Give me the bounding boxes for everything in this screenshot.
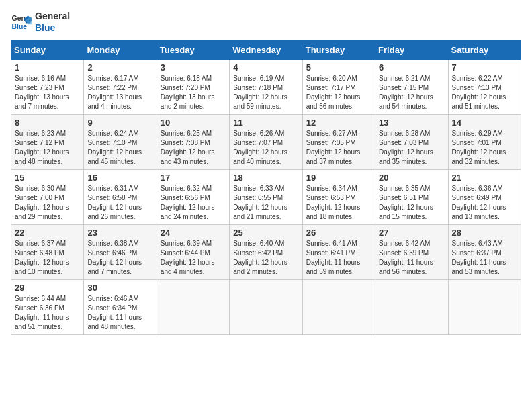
day-info: Sunrise: 6:35 AMSunset: 6:51 PMDaylight:… (379, 184, 444, 222)
day-number: 22 (15, 228, 80, 238)
calendar-cell: 9 Sunrise: 6:24 AMSunset: 7:10 PMDayligh… (84, 114, 157, 169)
calendar-cell: 19 Sunrise: 6:34 AMSunset: 6:53 PMDaylig… (302, 169, 375, 224)
day-info: Sunrise: 6:28 AMSunset: 7:03 PMDaylight:… (379, 129, 444, 167)
day-number: 3 (161, 62, 226, 73)
day-info: Sunrise: 6:44 AMSunset: 6:36 PMDaylight:… (15, 294, 80, 332)
day-info: Sunrise: 6:30 AMSunset: 7:00 PMDaylight:… (15, 184, 80, 222)
header-saturday: Saturday (448, 40, 521, 59)
day-number: 8 (15, 118, 80, 128)
day-number: 30 (87, 283, 152, 293)
day-number: 28 (452, 228, 517, 238)
calendar-cell: 6 Sunrise: 6:21 AMSunset: 7:15 PMDayligh… (375, 59, 448, 114)
day-number: 26 (306, 228, 371, 238)
calendar-cell: 14 Sunrise: 6:29 AMSunset: 7:01 PMDaylig… (448, 114, 521, 169)
calendar-cell: 17 Sunrise: 6:32 AMSunset: 6:56 PMDaylig… (157, 169, 229, 224)
calendar-cell: 24 Sunrise: 6:39 AMSunset: 6:44 PMDaylig… (157, 224, 229, 279)
day-number: 24 (161, 228, 226, 238)
calendar-cell (230, 279, 302, 334)
logo-general: General (35, 11, 70, 22)
day-number: 13 (379, 118, 444, 128)
day-number: 20 (379, 173, 444, 183)
day-info: Sunrise: 6:39 AMSunset: 6:44 PMDaylight:… (161, 239, 226, 277)
header-thursday: Thursday (302, 40, 375, 59)
day-info: Sunrise: 6:19 AMSunset: 7:18 PMDaylight:… (233, 74, 298, 111)
calendar-cell: 5 Sunrise: 6:20 AMSunset: 7:17 PMDayligh… (302, 59, 375, 114)
week-row-3: 15 Sunrise: 6:30 AMSunset: 7:00 PMDaylig… (11, 169, 521, 224)
day-info: Sunrise: 6:33 AMSunset: 6:55 PMDaylight:… (233, 184, 298, 222)
calendar-cell: 10 Sunrise: 6:25 AMSunset: 7:08 PMDaylig… (157, 114, 229, 169)
header-friday: Friday (375, 40, 448, 59)
day-number: 14 (452, 118, 517, 128)
calendar-cell: 1 Sunrise: 6:16 AMSunset: 7:23 PMDayligh… (11, 59, 84, 114)
calendar-cell: 13 Sunrise: 6:28 AMSunset: 7:03 PMDaylig… (375, 114, 448, 169)
calendar-cell (375, 279, 448, 334)
calendar-cell: 18 Sunrise: 6:33 AMSunset: 6:55 PMDaylig… (230, 169, 302, 224)
day-info: Sunrise: 6:41 AMSunset: 6:41 PMDaylight:… (306, 239, 371, 277)
header-tuesday: Tuesday (157, 40, 229, 59)
calendar-cell (448, 279, 521, 334)
day-number: 27 (379, 228, 444, 238)
day-info: Sunrise: 6:17 AMSunset: 7:22 PMDaylight:… (87, 74, 152, 111)
calendar-cell: 20 Sunrise: 6:35 AMSunset: 6:51 PMDaylig… (375, 169, 448, 224)
week-row-4: 22 Sunrise: 6:37 AMSunset: 6:48 PMDaylig… (11, 224, 521, 279)
calendar-cell: 25 Sunrise: 6:40 AMSunset: 6:42 PMDaylig… (230, 224, 302, 279)
calendar-header-row: SundayMondayTuesdayWednesdayThursdayFrid… (11, 40, 521, 59)
day-info: Sunrise: 6:22 AMSunset: 7:13 PMDaylight:… (452, 74, 517, 111)
day-info: Sunrise: 6:32 AMSunset: 6:56 PMDaylight:… (161, 184, 226, 222)
day-info: Sunrise: 6:29 AMSunset: 7:01 PMDaylight:… (452, 129, 517, 167)
day-number: 29 (15, 283, 80, 293)
day-number: 11 (233, 118, 298, 128)
day-info: Sunrise: 6:37 AMSunset: 6:48 PMDaylight:… (15, 239, 80, 277)
calendar-cell: 11 Sunrise: 6:26 AMSunset: 7:07 PMDaylig… (230, 114, 302, 169)
calendar-cell: 21 Sunrise: 6:36 AMSunset: 6:49 PMDaylig… (448, 169, 521, 224)
day-info: Sunrise: 6:43 AMSunset: 6:37 PMDaylight:… (452, 239, 517, 277)
day-info: Sunrise: 6:18 AMSunset: 7:20 PMDaylight:… (161, 74, 226, 111)
day-number: 21 (452, 173, 517, 183)
day-info: Sunrise: 6:26 AMSunset: 7:07 PMDaylight:… (233, 129, 298, 167)
day-info: Sunrise: 6:23 AMSunset: 7:12 PMDaylight:… (15, 129, 80, 167)
calendar-cell: 12 Sunrise: 6:27 AMSunset: 7:05 PMDaylig… (302, 114, 375, 169)
calendar-cell: 22 Sunrise: 6:37 AMSunset: 6:48 PMDaylig… (11, 224, 84, 279)
day-info: Sunrise: 6:42 AMSunset: 6:39 PMDaylight:… (379, 239, 444, 277)
header-wednesday: Wednesday (230, 40, 302, 59)
calendar-cell: 16 Sunrise: 6:31 AMSunset: 6:58 PMDaylig… (84, 169, 157, 224)
day-number: 12 (306, 118, 371, 128)
calendar-cell (302, 279, 375, 334)
day-number: 10 (161, 118, 226, 128)
day-info: Sunrise: 6:40 AMSunset: 6:42 PMDaylight:… (233, 239, 298, 277)
header-monday: Monday (84, 40, 157, 59)
calendar-table: SundayMondayTuesdayWednesdayThursdayFrid… (11, 40, 521, 335)
calendar-cell: 26 Sunrise: 6:41 AMSunset: 6:41 PMDaylig… (302, 224, 375, 279)
day-number: 23 (87, 228, 152, 238)
day-number: 25 (233, 228, 298, 238)
day-number: 6 (379, 62, 444, 73)
day-number: 2 (87, 62, 152, 73)
day-info: Sunrise: 6:27 AMSunset: 7:05 PMDaylight:… (306, 129, 371, 167)
calendar-cell: 15 Sunrise: 6:30 AMSunset: 7:00 PMDaylig… (11, 169, 84, 224)
week-row-5: 29 Sunrise: 6:44 AMSunset: 6:36 PMDaylig… (11, 279, 521, 334)
calendar-cell: 4 Sunrise: 6:19 AMSunset: 7:18 PMDayligh… (230, 59, 302, 114)
calendar-cell: 8 Sunrise: 6:23 AMSunset: 7:12 PMDayligh… (11, 114, 84, 169)
header: General Blue General Blue (11, 11, 521, 34)
day-info: Sunrise: 6:46 AMSunset: 6:34 PMDaylight:… (87, 294, 152, 332)
day-info: Sunrise: 6:24 AMSunset: 7:10 PMDaylight:… (87, 129, 152, 167)
week-row-1: 1 Sunrise: 6:16 AMSunset: 7:23 PMDayligh… (11, 59, 521, 114)
day-info: Sunrise: 6:25 AMSunset: 7:08 PMDaylight:… (161, 129, 226, 167)
calendar-cell: 27 Sunrise: 6:42 AMSunset: 6:39 PMDaylig… (375, 224, 448, 279)
day-number: 9 (87, 118, 152, 128)
logo-blue: Blue (35, 22, 70, 34)
calendar-cell: 7 Sunrise: 6:22 AMSunset: 7:13 PMDayligh… (448, 59, 521, 114)
day-info: Sunrise: 6:34 AMSunset: 6:53 PMDaylight:… (306, 184, 371, 222)
header-sunday: Sunday (11, 40, 84, 59)
day-info: Sunrise: 6:38 AMSunset: 6:46 PMDaylight:… (87, 239, 152, 277)
svg-text:Blue: Blue (12, 22, 28, 30)
calendar-cell: 3 Sunrise: 6:18 AMSunset: 7:20 PMDayligh… (157, 59, 229, 114)
calendar-cell: 28 Sunrise: 6:43 AMSunset: 6:37 PMDaylig… (448, 224, 521, 279)
day-number: 19 (306, 173, 371, 183)
day-number: 5 (306, 62, 371, 73)
day-number: 17 (161, 173, 226, 183)
day-number: 1 (15, 62, 80, 73)
day-info: Sunrise: 6:31 AMSunset: 6:58 PMDaylight:… (87, 184, 152, 222)
calendar-cell: 23 Sunrise: 6:38 AMSunset: 6:46 PMDaylig… (84, 224, 157, 279)
day-info: Sunrise: 6:20 AMSunset: 7:17 PMDaylight:… (306, 74, 371, 111)
